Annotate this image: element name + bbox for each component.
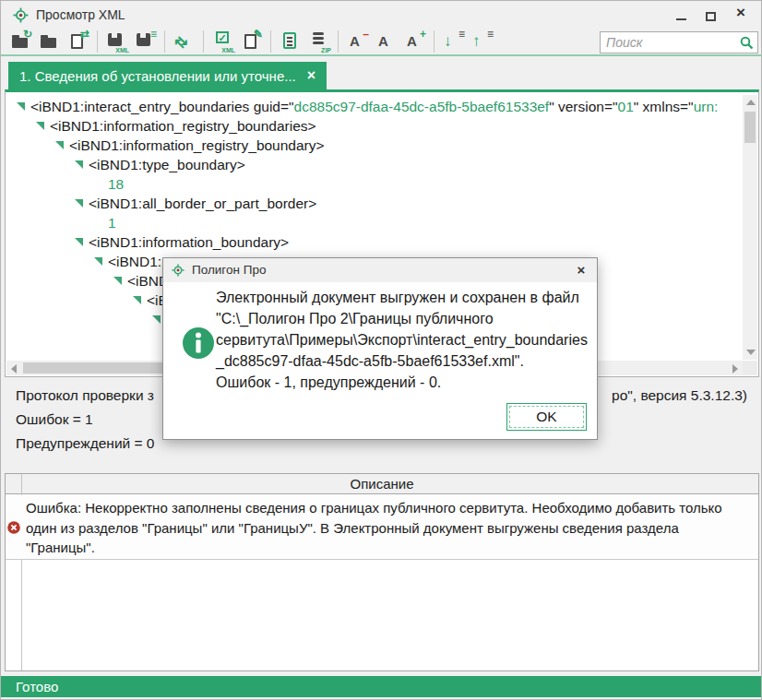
collapse-levels-button[interactable]: ↑≡ — [470, 30, 494, 54]
scroll-up-icon[interactable] — [746, 100, 756, 105]
toolbar-separator — [270, 30, 271, 53]
font-decrease-button[interactable]: A– — [345, 30, 370, 54]
zip-button[interactable]: ZIP — [306, 30, 331, 54]
expand-triangle-icon[interactable] — [113, 277, 122, 285]
expand-triangle-icon[interactable] — [75, 199, 83, 208]
tab-close-icon[interactable]: × — [307, 68, 316, 83]
font-increase-button[interactable]: A+ — [402, 30, 427, 54]
file-exchange-badge: ⇄ — [80, 28, 89, 41]
toolbar-separator — [164, 30, 165, 53]
check-xml-icon: ✓XML — [210, 30, 235, 54]
vertical-scrollbar[interactable] — [743, 95, 757, 360]
toolbar-separator — [97, 30, 98, 53]
titlebar: Просмотр XML × — [1, 1, 761, 29]
xml-tree-line[interactable]: <iBND1:information_registry_boundary> — [6, 136, 742, 155]
dialog-close-button[interactable]: × — [569, 258, 593, 280]
status-text: Готово — [16, 679, 58, 694]
protocol-line1-left: Протокол проверки з — [16, 387, 154, 404]
collapse-levels-icon: ↑≡ — [470, 30, 494, 54]
dialog-stats-text: Ошибок - 1, предупреждений - 0. — [216, 372, 590, 393]
error-description: Ошибка: Некорректно заполнены сведения о… — [26, 498, 749, 558]
errors-table: Описание Ошибка: Некорректно заполнены с… — [5, 473, 759, 671]
app-window: Просмотр XML × ↻⇄XML≡⇄✓XML✎ZIPA–AA+↓≡↑≡ … — [0, 0, 762, 700]
open-folder-button[interactable] — [37, 30, 62, 54]
search-box — [600, 31, 758, 53]
toolbar-separator — [203, 30, 204, 53]
expand-triangle-icon[interactable] — [75, 160, 83, 169]
app-logo-icon — [13, 7, 29, 23]
scroll-right-icon[interactable] — [732, 364, 738, 374]
vertical-scroll-thumb[interactable] — [744, 112, 756, 143]
edit-document-icon: ✎ — [239, 30, 264, 54]
zip-badge: ZIP — [321, 47, 331, 53]
expand-triangle-icon[interactable] — [94, 257, 102, 266]
scroll-left-icon[interactable] — [11, 364, 17, 374]
ok-button[interactable]: OK — [506, 403, 587, 431]
expand-triangle-icon[interactable] — [55, 141, 64, 149]
xml-tree-line[interactable]: <iBND1:all_border_or_part_border> — [6, 194, 742, 213]
indent-placeholder — [94, 219, 102, 227]
save-xml-icon: XML — [104, 30, 129, 54]
expand-triangle-icon[interactable] — [36, 122, 44, 130]
table-row[interactable]: Ошибка: Некорректно заполнены сведения о… — [6, 495, 758, 560]
file-exchange-button[interactable]: ⇄ — [65, 30, 90, 54]
edit-document-button[interactable]: ✎ — [239, 30, 264, 54]
xml-tree-line[interactable]: 18 — [6, 174, 742, 194]
zip-icon: ZIP — [306, 30, 331, 54]
protocol-button[interactable] — [278, 30, 303, 54]
xml-tree-line[interactable]: <iBND1:information_boundary> — [6, 232, 742, 252]
collapse-tree-button[interactable]: ⇄ — [172, 30, 196, 54]
window-minimize-button[interactable] — [667, 1, 695, 25]
save-protocol-button[interactable]: ≡ — [133, 30, 158, 54]
collapse-levels-badge: ≡ — [487, 28, 494, 41]
dialog-titlebar: Полигон Про × — [163, 258, 597, 282]
indent-placeholder — [94, 180, 102, 188]
font-default-icon: A — [374, 30, 399, 54]
expand-triangle-icon[interactable] — [75, 238, 83, 246]
protocol-line1-right: ро", версия 5.3.12.3) — [612, 387, 747, 404]
expand-levels-badge: ≡ — [458, 28, 465, 41]
font-increase-icon: A+ — [402, 30, 427, 54]
expand-triangle-icon[interactable] — [152, 315, 161, 324]
check-xml-badge: XML — [221, 47, 235, 53]
font-increase-badge: + — [420, 28, 426, 41]
window-title: Просмотр XML — [36, 7, 125, 22]
protocol-errors-count: Ошибок = 1 — [16, 411, 93, 428]
edit-document-badge: ✎ — [254, 28, 263, 41]
protocol-warnings-count: Предупреждений = 0 — [16, 435, 155, 452]
tab-bar: 1. Сведения об установлении или уточне..… — [1, 60, 761, 89]
dialog-title: Полигон Про — [192, 263, 266, 277]
window-maximize-button[interactable] — [697, 1, 724, 25]
tab-label: 1. Сведения об установлении или уточне..… — [19, 68, 296, 84]
expand-levels-button[interactable]: ↓≡ — [441, 30, 466, 54]
open-refresh-badge: ↻ — [23, 28, 32, 41]
xml-tree-line[interactable]: <iBND1:information_registry_boundaries> — [6, 116, 742, 136]
save-xml-button[interactable]: XML — [104, 30, 129, 54]
expand-triangle-icon[interactable] — [133, 296, 141, 304]
open-refresh-button[interactable]: ↻ — [8, 30, 33, 54]
font-decrease-icon: A– — [345, 30, 370, 54]
collapse-tree-icon: ⇄ — [172, 30, 196, 54]
file-exchange-icon: ⇄ — [65, 30, 90, 54]
xml-tree-line[interactable]: <iBND1:interact_entry_boundaries guid="d… — [6, 97, 742, 116]
save-protocol-icon: ≡ — [133, 30, 158, 54]
toolbar-separator — [434, 30, 435, 53]
dialog-message-text: Электронный документ выгружен и сохранен… — [216, 287, 590, 372]
toolbar: ↻⇄XML≡⇄✓XML✎ZIPA–AA+↓≡↑≡ — [1, 29, 761, 54]
protocol-icon — [278, 30, 303, 54]
window-close-button[interactable]: × — [727, 1, 755, 25]
font-default-button[interactable]: A — [374, 30, 399, 54]
expand-triangle-icon[interactable] — [17, 102, 25, 111]
message-dialog: Полигон Про × Электронный документ выгру… — [162, 257, 598, 440]
xml-tree-line[interactable]: 1 — [6, 213, 742, 232]
save-protocol-badge: ≡ — [150, 28, 157, 41]
toolbar-separator — [338, 30, 339, 53]
tab-document-1[interactable]: 1. Сведения об установлении или уточне..… — [8, 62, 327, 89]
scroll-down-icon[interactable] — [746, 350, 756, 355]
search-icon[interactable] — [740, 36, 754, 50]
search-input[interactable] — [606, 33, 735, 52]
xml-tree-line[interactable]: <iBND1:type_boundary> — [6, 155, 742, 174]
status-bar: Готово — [1, 676, 761, 697]
check-xml-button[interactable]: ✓XML — [210, 30, 235, 54]
expand-levels-icon: ↓≡ — [441, 30, 466, 54]
